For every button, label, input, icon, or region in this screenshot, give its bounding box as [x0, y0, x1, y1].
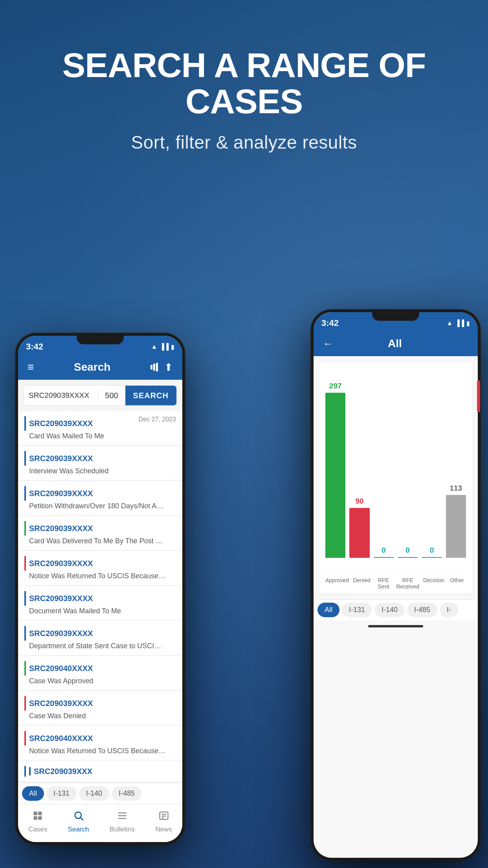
nav-label-cases: Cases — [28, 826, 47, 833]
nav-icon-search — [73, 810, 84, 824]
bar — [398, 557, 418, 558]
chart-bar-wrap: 113 — [446, 370, 466, 558]
case-id: SRC209039XXXX — [29, 489, 93, 498]
svg-rect-0 — [34, 812, 37, 815]
phone1: 3:42 ▲ ▐▐ ▮ ≡ Search ⬆ — [16, 333, 185, 844]
phones-container: 3:42 ▲ ▐▐ ▮ ≡ Search ⬆ — [0, 247, 488, 868]
bar — [374, 557, 394, 558]
nav-actions: ⬆ — [150, 361, 173, 373]
phone1-nav-bar: ≡ Search ⬆ — [18, 355, 182, 380]
svg-line-5 — [81, 818, 83, 820]
list-item[interactable]: SRC209039XXX — [18, 761, 182, 782]
list-item[interactable]: SRC209039XXXX Card Was Delivered To Me B… — [18, 516, 182, 550]
phone2-time: 3:42 — [321, 318, 339, 328]
list-item[interactable]: SRC209040XXXX Notice Was Returned To USC… — [18, 726, 182, 760]
nav-icon-news — [158, 810, 169, 824]
chart-label: Denied — [353, 577, 371, 590]
filter-tab2[interactable]: I-485 — [407, 603, 437, 617]
bar — [349, 508, 369, 558]
list-item[interactable]: SRC209039XXXX Dec 27, 2023 Card Was Mail… — [18, 411, 182, 445]
list-item[interactable]: SRC209039XXXX Document Was Mailed To Me — [18, 586, 182, 620]
wifi-icon2: ▲ — [446, 320, 453, 327]
bar-value: 0 — [405, 546, 410, 555]
bar — [422, 557, 442, 558]
list-item[interactable]: SRC209039XXXX Department of State Sent C… — [18, 621, 182, 655]
bar — [325, 393, 345, 558]
chart-bar-wrap: 0 — [398, 370, 418, 558]
case-status: Department of State Sent Case to USCIS F… — [24, 642, 166, 650]
case-id: SRC209039XXXX — [29, 419, 93, 428]
chart-labels: ApprovedDeniedRFE SentRFE ReceivedDecisi… — [325, 577, 466, 590]
chart-bar-wrap: 0 — [374, 370, 394, 558]
case-status: Case Was Approved — [24, 677, 166, 685]
nav-icon-cases — [32, 810, 43, 824]
phone2-screen: 3:42 ▲ ▐▐ ▮ ← All 297 90 0 0 — [314, 312, 478, 858]
chart-bar-wrap: 297 — [325, 370, 345, 558]
filter-tab[interactable]: All — [22, 786, 44, 801]
chart-bar-wrap: 0 — [422, 370, 442, 558]
menu-icon[interactable]: ≡ — [28, 361, 34, 373]
case-status: Petition Withdrawn/Over 180 Days/Not Aut… — [24, 502, 166, 510]
case-status: Notice Was Returned To USCIS Because The… — [24, 747, 166, 755]
chart-label: RFE Sent — [374, 577, 392, 590]
wifi-icon: ▲ — [151, 343, 157, 350]
filter-tab2[interactable]: I-140 — [374, 603, 405, 617]
bottom-nav-item[interactable]: News — [155, 810, 172, 833]
phone2-notch — [372, 310, 419, 321]
back-button[interactable]: ← — [323, 338, 333, 350]
nav-label-search: Search — [68, 826, 89, 833]
list-item[interactable]: SRC209039XXXX Notice Was Returned To USC… — [18, 551, 182, 585]
phone2-filter-tabs: AllI-131I-140I-485I- — [314, 599, 478, 620]
signal-icon2: ▐▐ — [455, 320, 464, 327]
filter-tab[interactable]: I-140 — [79, 786, 109, 801]
case-id: SRC209039XXXX — [29, 454, 93, 463]
filter-tab2[interactable]: All — [317, 603, 339, 617]
phone1-screen: 3:42 ▲ ▐▐ ▮ ≡ Search ⬆ — [18, 336, 182, 842]
case-id: SRC209039XXXX — [29, 594, 93, 603]
case-status: Card Was Mailed To Me — [24, 432, 166, 440]
share-icon[interactable]: ⬆ — [164, 361, 173, 373]
case-status: Case Was Denied — [24, 712, 166, 720]
phone1-bottom-nav: Cases Search Bulletins News — [18, 804, 182, 842]
hero-title: SEARCH A RANGE OF CASES — [0, 47, 488, 120]
chart-label: Decision — [423, 577, 444, 590]
case-number-input[interactable]: SRC209039XXXX — [24, 391, 98, 400]
svg-rect-3 — [38, 816, 42, 820]
case-id: SRC209039XXXX — [29, 699, 93, 708]
battery-icon2: ▮ — [466, 320, 470, 327]
case-date: Dec 27, 2023 — [139, 416, 176, 423]
phone2: 3:42 ▲ ▐▐ ▮ ← All 297 90 0 0 — [311, 310, 480, 860]
case-list: SRC209039XXXX Dec 27, 2023 Card Was Mail… — [18, 411, 182, 783]
list-item[interactable]: SRC209039XXXX Case Was Denied — [18, 691, 182, 725]
phone1-filter-tabs: AllI-131I-140I-485 — [18, 783, 182, 804]
list-item[interactable]: SRC209039XXXX Petition Withdrawn/Over 18… — [18, 481, 182, 515]
filter-tab2[interactable]: I-131 — [342, 603, 372, 617]
search-button[interactable]: SEARCH — [125, 386, 176, 405]
svg-point-4 — [75, 812, 81, 818]
phone2-nav-bar: ← All — [314, 331, 478, 356]
phone1-search-bar[interactable]: SRC209039XXXX 500 SEARCH — [24, 385, 177, 406]
bar-value: 90 — [355, 497, 363, 506]
list-item[interactable]: SRC209039XXXX Interview Was Scheduled — [18, 446, 182, 480]
filter-tab[interactable]: I-131 — [46, 786, 77, 801]
case-status: Document Was Mailed To Me — [24, 607, 166, 615]
list-item[interactable]: SRC209040XXXX Case Was Approved — [18, 656, 182, 690]
bar-value: 0 — [382, 546, 386, 555]
search-count-input[interactable]: 500 — [98, 391, 125, 400]
chart-icon[interactable] — [150, 361, 158, 373]
case-id: SRC209040XXXX — [29, 664, 93, 673]
filter-tab[interactable]: I-485 — [112, 786, 142, 801]
chart-bar-wrap: 90 — [349, 370, 369, 558]
case-id: SRC209039XXXX — [29, 629, 93, 638]
chart-area: 297 90 0 0 0 113 ApprovedDeniedRFE SentR… — [319, 362, 472, 594]
case-status: Notice Was Returned To USCIS Because The… — [24, 572, 166, 580]
bar-value: 113 — [449, 484, 462, 493]
bottom-nav-item[interactable]: Search — [68, 810, 89, 833]
hero-subtitle: Sort, filter & analyze results — [0, 132, 488, 153]
scroll-indicator — [477, 381, 480, 412]
bottom-nav-item[interactable]: Cases — [28, 810, 47, 833]
bottom-nav-item[interactable]: Bulletins — [110, 810, 135, 833]
case-status: Interview Was Scheduled — [24, 467, 166, 475]
filter-tab2[interactable]: I- — [440, 603, 458, 617]
nav-label-news: News — [155, 826, 172, 833]
